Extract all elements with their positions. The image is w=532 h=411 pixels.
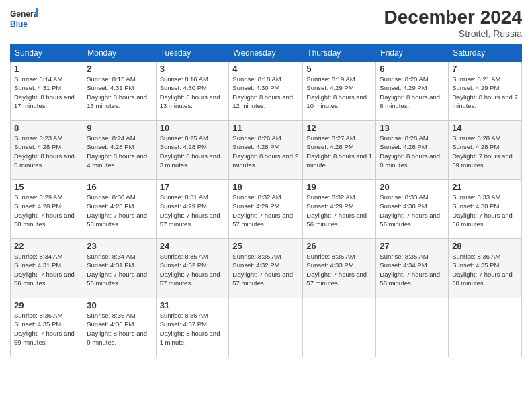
day-info: Sunrise: 8:35 AM Sunset: 4:32 PM Dayligh… (160, 252, 226, 287)
day-number: 9 (87, 123, 152, 133)
day-number: 3 (160, 64, 226, 74)
cell-week5-day0: 29Sunrise: 8:36 AM Sunset: 4:35 PM Dayli… (11, 298, 83, 357)
day-number: 12 (306, 123, 372, 133)
week-row-4: 22Sunrise: 8:34 AM Sunset: 4:31 PM Dayli… (11, 239, 522, 298)
day-info: Sunrise: 8:28 AM Sunset: 4:28 PM Dayligh… (380, 134, 445, 169)
day-number: 24 (160, 241, 226, 251)
col-sunday: Sunday (11, 45, 83, 62)
day-info: Sunrise: 8:33 AM Sunset: 4:30 PM Dayligh… (380, 193, 445, 228)
day-number: 30 (87, 300, 152, 310)
day-info: Sunrise: 8:36 AM Sunset: 4:35 PM Dayligh… (14, 311, 79, 347)
day-number: 18 (232, 182, 299, 192)
cell-week2-day2: 10Sunrise: 8:25 AM Sunset: 4:28 PM Dayli… (156, 121, 229, 180)
day-info: Sunrise: 8:36 AM Sunset: 4:36 PM Dayligh… (87, 311, 152, 347)
month-title: December 2024 (384, 7, 522, 28)
day-number: 19 (306, 182, 372, 192)
cell-week4-day3: 25Sunrise: 8:35 AM Sunset: 4:32 PM Dayli… (229, 239, 303, 298)
day-info: Sunrise: 8:35 AM Sunset: 4:32 PM Dayligh… (232, 252, 299, 287)
cell-week4-day5: 27Sunrise: 8:35 AM Sunset: 4:34 PM Dayli… (376, 239, 449, 298)
cell-week2-day0: 8Sunrise: 8:23 AM Sunset: 4:28 PM Daylig… (11, 121, 83, 180)
day-number: 7 (452, 64, 518, 74)
day-number: 28 (452, 241, 518, 251)
day-info: Sunrise: 8:30 AM Sunset: 4:28 PM Dayligh… (87, 193, 152, 228)
header: General Blue December 2024 Stroitel, Rus… (10, 7, 522, 39)
week-row-3: 15Sunrise: 8:29 AM Sunset: 4:28 PM Dayli… (11, 180, 522, 239)
cell-week2-day6: 14Sunrise: 8:28 AM Sunset: 4:28 PM Dayli… (449, 121, 522, 180)
day-info: Sunrise: 8:23 AM Sunset: 4:28 PM Dayligh… (14, 134, 79, 169)
day-number: 31 (160, 300, 226, 310)
cell-week2-day3: 11Sunrise: 8:26 AM Sunset: 4:28 PM Dayli… (229, 121, 303, 180)
title-block: December 2024 Stroitel, Russia (384, 7, 522, 39)
day-info: Sunrise: 8:26 AM Sunset: 4:28 PM Dayligh… (232, 134, 299, 169)
col-tuesday: Tuesday (156, 45, 229, 62)
day-number: 23 (87, 241, 152, 251)
day-info: Sunrise: 8:19 AM Sunset: 4:29 PM Dayligh… (306, 75, 372, 110)
week-row-5: 29Sunrise: 8:36 AM Sunset: 4:35 PM Dayli… (11, 298, 522, 357)
day-number: 22 (14, 241, 79, 251)
day-info: Sunrise: 8:31 AM Sunset: 4:29 PM Dayligh… (160, 193, 226, 228)
cell-week1-day4: 5Sunrise: 8:19 AM Sunset: 4:29 PM Daylig… (303, 62, 376, 121)
day-number: 26 (306, 241, 372, 251)
day-info: Sunrise: 8:15 AM Sunset: 4:31 PM Dayligh… (87, 75, 152, 110)
day-info: Sunrise: 8:36 AM Sunset: 4:37 PM Dayligh… (160, 311, 226, 347)
day-info: Sunrise: 8:16 AM Sunset: 4:30 PM Dayligh… (160, 75, 226, 110)
cell-week3-day5: 20Sunrise: 8:33 AM Sunset: 4:30 PM Dayli… (376, 180, 449, 239)
cell-week2-day4: 12Sunrise: 8:27 AM Sunset: 4:28 PM Dayli… (303, 121, 376, 180)
svg-text:Blue: Blue (10, 19, 28, 29)
day-number: 8 (14, 123, 79, 133)
day-info: Sunrise: 8:32 AM Sunset: 4:29 PM Dayligh… (306, 193, 372, 228)
week-row-1: 1Sunrise: 8:14 AM Sunset: 4:31 PM Daylig… (11, 62, 522, 121)
cell-week1-day1: 2Sunrise: 8:15 AM Sunset: 4:31 PM Daylig… (83, 62, 156, 121)
day-number: 29 (14, 300, 79, 310)
day-number: 25 (232, 241, 299, 251)
day-info: Sunrise: 8:20 AM Sunset: 4:29 PM Dayligh… (380, 75, 445, 110)
day-number: 2 (87, 64, 152, 74)
svg-text:General: General (10, 9, 38, 19)
day-number: 21 (452, 182, 518, 192)
cell-week5-day2: 31Sunrise: 8:36 AM Sunset: 4:37 PM Dayli… (156, 298, 229, 357)
cell-week4-day6: 28Sunrise: 8:36 AM Sunset: 4:35 PM Dayli… (449, 239, 522, 298)
cell-week5-day1: 30Sunrise: 8:36 AM Sunset: 4:36 PM Dayli… (83, 298, 156, 357)
cell-week5-day5 (376, 298, 449, 357)
cell-week5-day4 (303, 298, 376, 357)
col-wednesday: Wednesday (229, 45, 303, 62)
day-info: Sunrise: 8:24 AM Sunset: 4:28 PM Dayligh… (87, 134, 152, 169)
cell-week2-day5: 13Sunrise: 8:28 AM Sunset: 4:28 PM Dayli… (376, 121, 449, 180)
cell-week1-day3: 4Sunrise: 8:18 AM Sunset: 4:30 PM Daylig… (229, 62, 303, 121)
cell-week4-day4: 26Sunrise: 8:35 AM Sunset: 4:33 PM Dayli… (303, 239, 376, 298)
cell-week2-day1: 9Sunrise: 8:24 AM Sunset: 4:28 PM Daylig… (83, 121, 156, 180)
day-number: 4 (232, 64, 299, 74)
day-info: Sunrise: 8:28 AM Sunset: 4:28 PM Dayligh… (452, 134, 518, 169)
day-number: 10 (160, 123, 226, 133)
day-number: 1 (14, 64, 79, 74)
cell-week3-day1: 16Sunrise: 8:30 AM Sunset: 4:28 PM Dayli… (83, 180, 156, 239)
day-number: 15 (14, 182, 79, 192)
logo: General Blue (10, 7, 38, 32)
day-number: 11 (232, 123, 299, 133)
day-info: Sunrise: 8:35 AM Sunset: 4:34 PM Dayligh… (380, 252, 445, 287)
cell-week3-day6: 21Sunrise: 8:33 AM Sunset: 4:30 PM Dayli… (449, 180, 522, 239)
day-number: 17 (160, 182, 226, 192)
col-friday: Friday (376, 45, 449, 62)
cell-week4-day0: 22Sunrise: 8:34 AM Sunset: 4:31 PM Dayli… (11, 239, 83, 298)
cell-week5-day3 (229, 298, 303, 357)
day-number: 20 (380, 182, 445, 192)
cell-week1-day2: 3Sunrise: 8:16 AM Sunset: 4:30 PM Daylig… (156, 62, 229, 121)
page: General Blue December 2024 Stroitel, Rus… (0, 0, 532, 411)
day-info: Sunrise: 8:34 AM Sunset: 4:31 PM Dayligh… (14, 252, 79, 287)
day-number: 13 (380, 123, 445, 133)
cell-week1-day5: 6Sunrise: 8:20 AM Sunset: 4:29 PM Daylig… (376, 62, 449, 121)
day-info: Sunrise: 8:27 AM Sunset: 4:28 PM Dayligh… (306, 134, 372, 169)
location: Stroitel, Russia (384, 28, 522, 39)
day-info: Sunrise: 8:36 AM Sunset: 4:35 PM Dayligh… (452, 252, 518, 287)
cell-week3-day2: 17Sunrise: 8:31 AM Sunset: 4:29 PM Dayli… (156, 180, 229, 239)
cell-week4-day1: 23Sunrise: 8:34 AM Sunset: 4:31 PM Dayli… (83, 239, 156, 298)
day-info: Sunrise: 8:14 AM Sunset: 4:31 PM Dayligh… (14, 75, 79, 110)
cell-week5-day6 (449, 298, 522, 357)
day-number: 27 (380, 241, 445, 251)
cell-week3-day0: 15Sunrise: 8:29 AM Sunset: 4:28 PM Dayli… (11, 180, 83, 239)
cell-week1-day6: 7Sunrise: 8:21 AM Sunset: 4:29 PM Daylig… (449, 62, 522, 121)
day-info: Sunrise: 8:34 AM Sunset: 4:31 PM Dayligh… (87, 252, 152, 287)
day-info: Sunrise: 8:18 AM Sunset: 4:30 PM Dayligh… (232, 75, 299, 110)
day-info: Sunrise: 8:35 AM Sunset: 4:33 PM Dayligh… (306, 252, 372, 287)
